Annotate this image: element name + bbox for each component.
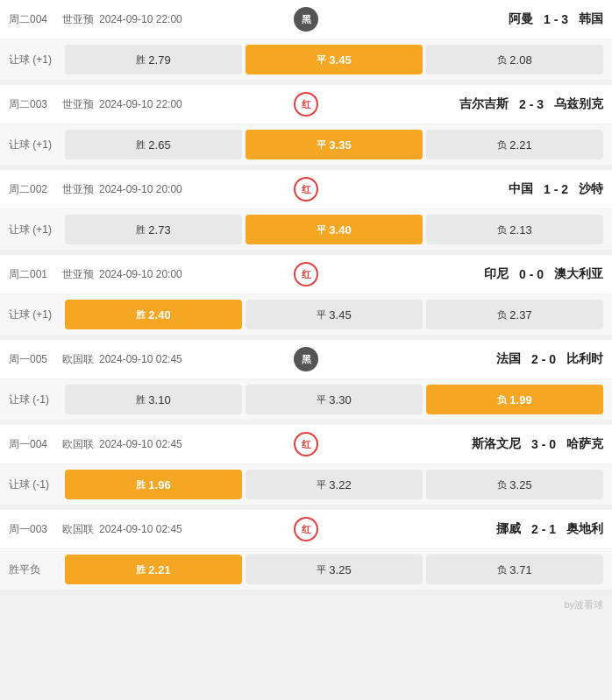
odds-value-4-1: 3.30 xyxy=(329,393,351,407)
odds-btn-0-2[interactable]: 负2.08 xyxy=(426,45,603,74)
odds-type-3-2: 负 xyxy=(497,308,507,322)
match-id-3: 周二001 xyxy=(9,267,57,282)
match-league-2: 世亚预 xyxy=(62,182,94,197)
odds-btn-6-1[interactable]: 平3.25 xyxy=(246,555,423,584)
match-time-1: 2024-09-10 22:00 xyxy=(99,98,196,110)
match-header-6: 周一003欧国联2024-09-10 02:45红挪威2 - 1奥地利 xyxy=(0,510,612,549)
odds-value-6-1: 3.25 xyxy=(329,563,351,576)
match-score-2: 1 - 2 xyxy=(540,182,572,196)
odds-btn-4-2[interactable]: 负1.99 xyxy=(426,385,603,414)
home-team-3: 印尼 xyxy=(484,266,509,282)
match-header-4: 周一005欧国联2024-09-10 02:45黑法国2 - 0比利时 xyxy=(0,340,612,379)
odds-btn-1-1[interactable]: 平3.35 xyxy=(246,130,423,159)
odds-label-2: 让球 (+1) xyxy=(9,223,61,237)
odds-value-2-1: 3.40 xyxy=(329,223,351,237)
match-time-5: 2024-09-10 02:45 xyxy=(99,438,196,450)
odds-btn-3-2[interactable]: 负2.37 xyxy=(426,300,603,329)
match-badge-4: 黑 xyxy=(294,347,318,371)
odds-btn-0-0[interactable]: 胜2.79 xyxy=(65,45,242,74)
match-league-6: 欧国联 xyxy=(62,522,94,537)
odds-type-6-0: 胜 xyxy=(136,563,146,576)
match-league-0: 世亚预 xyxy=(62,12,94,27)
match-score-3: 0 - 0 xyxy=(516,267,547,281)
odds-row-1: 让球 (+1)胜2.65平3.35负2.21 xyxy=(0,124,612,165)
odds-btn-1-2[interactable]: 负2.21 xyxy=(426,130,603,159)
match-league-4: 欧国联 xyxy=(62,352,94,367)
home-team-5: 斯洛文尼 xyxy=(472,436,521,452)
odds-btn-2-2[interactable]: 负2.13 xyxy=(426,215,603,244)
odds-btn-6-2[interactable]: 负3.71 xyxy=(426,555,603,584)
match-badge-6: 红 xyxy=(294,517,318,541)
odds-type-0-2: 负 xyxy=(497,53,507,67)
match-score-0: 1 - 3 xyxy=(540,12,572,26)
odds-value-4-0: 3.10 xyxy=(148,393,170,407)
away-team-4: 比利时 xyxy=(566,351,603,367)
home-team-1: 吉尔吉斯 xyxy=(459,96,509,112)
odds-label-4: 让球 (-1) xyxy=(9,392,61,407)
match-block-6: 周一003欧国联2024-09-10 02:45红挪威2 - 1奥地利胜平负胜2… xyxy=(0,510,612,590)
match-id-2: 周二002 xyxy=(9,182,57,197)
match-id-1: 周二003 xyxy=(9,97,57,112)
odds-value-6-0: 2.21 xyxy=(148,563,170,576)
odds-btn-4-1[interactable]: 平3.30 xyxy=(246,385,423,414)
odds-btn-2-0[interactable]: 胜2.73 xyxy=(65,215,242,244)
match-id-0: 周二004 xyxy=(9,12,57,27)
odds-type-6-2: 负 xyxy=(497,563,507,576)
odds-value-3-2: 2.37 xyxy=(509,308,531,322)
odds-btn-5-2[interactable]: 负3.25 xyxy=(426,470,603,499)
match-header-5: 周一004欧国联2024-09-10 02:45红斯洛文尼3 - 0哈萨克 xyxy=(0,425,612,464)
odds-row-4: 让球 (-1)胜3.10平3.30负1.99 xyxy=(0,379,612,420)
match-badge-0: 黑 xyxy=(294,7,318,32)
match-time-2: 2024-09-10 20:00 xyxy=(99,183,196,195)
away-team-3: 澳大利亚 xyxy=(554,266,603,282)
home-team-2: 中国 xyxy=(509,181,533,197)
odds-btn-1-0[interactable]: 胜2.65 xyxy=(65,130,242,159)
odds-btn-5-0[interactable]: 胜1.96 xyxy=(65,470,242,499)
odds-btn-3-0[interactable]: 胜2.40 xyxy=(65,300,242,329)
match-id-4: 周一005 xyxy=(9,352,57,367)
odds-value-5-0: 1.96 xyxy=(148,478,170,491)
odds-value-3-1: 3.45 xyxy=(329,308,351,322)
away-team-5: 哈萨克 xyxy=(566,436,603,452)
odds-value-2-0: 2.73 xyxy=(148,223,170,237)
odds-btn-6-0[interactable]: 胜2.21 xyxy=(65,555,242,584)
match-league-5: 欧国联 xyxy=(62,437,94,452)
odds-value-3-0: 2.40 xyxy=(148,308,170,322)
odds-row-5: 让球 (-1)胜1.96平3.22负3.25 xyxy=(0,464,612,505)
odds-type-4-2: 负 xyxy=(497,393,507,407)
odds-label-0: 让球 (+1) xyxy=(9,53,61,67)
odds-type-1-1: 平 xyxy=(317,138,326,152)
odds-btn-4-0[interactable]: 胜3.10 xyxy=(65,385,242,414)
away-team-2: 沙特 xyxy=(579,181,603,197)
away-team-1: 乌兹别克 xyxy=(554,96,603,112)
away-team-0: 韩国 xyxy=(579,11,603,27)
odds-value-0-0: 2.79 xyxy=(148,53,170,67)
match-time-6: 2024-09-10 02:45 xyxy=(99,523,196,535)
odds-type-5-1: 平 xyxy=(317,478,326,491)
match-score-5: 3 - 0 xyxy=(528,437,559,451)
match-header-1: 周二003世亚预2024-09-10 22:00红吉尔吉斯2 - 3乌兹别克 xyxy=(0,85,612,124)
odds-btn-5-1[interactable]: 平3.22 xyxy=(246,470,423,499)
match-block-5: 周一004欧国联2024-09-10 02:45红斯洛文尼3 - 0哈萨克让球 … xyxy=(0,425,612,505)
odds-value-2-2: 2.13 xyxy=(509,223,531,237)
match-time-0: 2024-09-10 22:00 xyxy=(99,13,196,25)
odds-btn-2-1[interactable]: 平3.40 xyxy=(246,215,423,244)
odds-type-5-0: 胜 xyxy=(136,478,146,491)
match-league-3: 世亚预 xyxy=(62,267,94,282)
odds-type-2-2: 负 xyxy=(497,223,507,237)
odds-type-3-0: 胜 xyxy=(136,308,146,322)
odds-row-3: 让球 (+1)胜2.40平3.45负2.37 xyxy=(0,294,612,335)
match-score-6: 2 - 1 xyxy=(528,522,559,536)
home-team-4: 法国 xyxy=(496,351,521,367)
home-team-6: 挪威 xyxy=(496,521,521,537)
odds-btn-0-1[interactable]: 平3.45 xyxy=(246,45,423,74)
match-block-0: 周二004世亚预2024-09-10 22:00黑阿曼1 - 3韩国让球 (+1… xyxy=(0,0,612,80)
match-time-4: 2024-09-10 02:45 xyxy=(99,353,196,365)
odds-type-3-1: 平 xyxy=(317,308,326,322)
main-container: 周二004世亚预2024-09-10 22:00黑阿曼1 - 3韩国让球 (+1… xyxy=(0,0,612,615)
match-header-2: 周二002世亚预2024-09-10 20:00红中国1 - 2沙特 xyxy=(0,170,612,209)
match-league-1: 世亚预 xyxy=(62,97,94,112)
odds-type-6-1: 平 xyxy=(317,563,326,576)
odds-value-6-2: 3.71 xyxy=(509,563,531,576)
odds-btn-3-1[interactable]: 平3.45 xyxy=(246,300,423,329)
